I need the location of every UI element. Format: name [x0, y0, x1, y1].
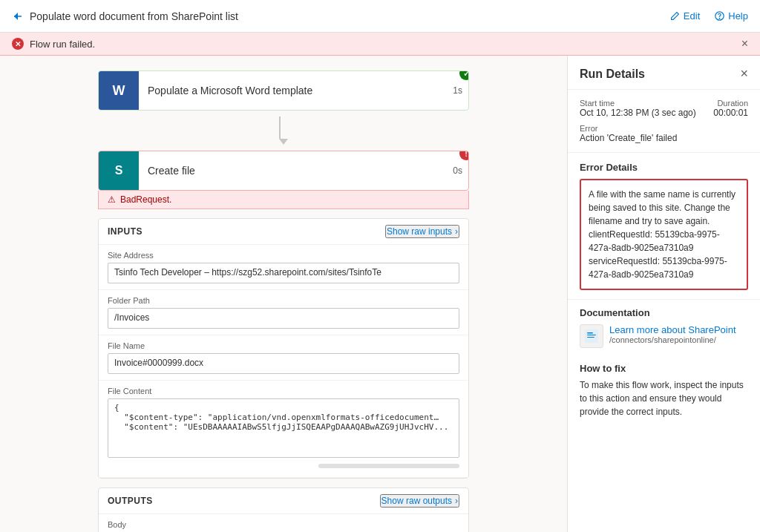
- start-time-label: Start time: [580, 99, 696, 108]
- error-details-section: Error Details A file with the same name …: [568, 153, 760, 299]
- how-to-fix-title: How to fix: [580, 363, 748, 374]
- how-to-fix-section: How to fix To make this flow work, inspe…: [568, 355, 760, 426]
- site-address-value: Tsinfo Tech Developer – https://szg52.sh…: [108, 263, 459, 283]
- step-sp-wrapper: S Create file 0s ! ⚠ BadRequest.: [98, 151, 469, 209]
- folder-path-value: /Invoices: [108, 308, 459, 329]
- step-sp-label: Create file: [139, 165, 453, 177]
- inputs-header: INPUTS Show raw inputs ›: [99, 219, 468, 245]
- body-field: Body { "status": 400, "message": "A file…: [99, 514, 468, 532]
- file-name-field: File Name Invoice#0000999.docx: [99, 335, 468, 381]
- edit-button[interactable]: Edit: [670, 10, 700, 22]
- show-raw-outputs-button[interactable]: Show raw outputs ›: [380, 494, 459, 508]
- body-label: Body: [108, 520, 459, 529]
- file-content-value: { "$content-type": "application/vnd.open…: [108, 398, 459, 458]
- help-button[interactable]: Help: [715, 10, 748, 22]
- warning-icon: ⚠: [108, 194, 116, 205]
- error-details-title: Error Details: [580, 162, 748, 173]
- top-bar: Populate word document from SharePoint l…: [0, 0, 760, 33]
- connector-arrow: [279, 139, 288, 145]
- inputs-title: INPUTS: [108, 226, 142, 237]
- chevron-right-icon: ›: [455, 226, 458, 237]
- documentation-title: Documentation: [580, 307, 736, 318]
- start-time-value: Oct 10, 12:38 PM (3 sec ago): [580, 108, 696, 118]
- step-sp-duration: 0s: [453, 165, 462, 176]
- how-to-fix-text: To make this flow work, inspect the inpu…: [580, 378, 748, 418]
- panel-close-button[interactable]: ×: [740, 66, 748, 82]
- svg-rect-3: [587, 332, 593, 334]
- step-sp-status: !: [459, 151, 469, 160]
- folder-path-label: Folder Path: [108, 296, 459, 305]
- svg-rect-2: [585, 329, 598, 343]
- panel-title: Run Details: [580, 68, 645, 81]
- step-word-duration: 1s: [453, 85, 462, 96]
- folder-path-field: Folder Path /Invoices: [99, 290, 468, 335]
- top-bar-left: Populate word document from SharePoint l…: [12, 10, 238, 22]
- outputs-title: OUTPUTS: [108, 496, 153, 506]
- svg-point-1: [719, 18, 720, 19]
- flow-canvas: W Populate a Microsoft Word template 1s …: [0, 56, 567, 532]
- chevron-right-icon-2: ›: [455, 496, 458, 506]
- error-banner-message: Flow run failed.: [30, 39, 95, 50]
- step-word-label: Populate a Microsoft Word template: [139, 85, 453, 96]
- error-row: Error Action 'Create_file' failed: [580, 124, 748, 143]
- step-word-status: ✓: [459, 70, 469, 80]
- close-banner-button[interactable]: ×: [741, 37, 748, 50]
- panel-header: Run Details ×: [568, 56, 760, 90]
- run-details-panel: Run Details × Start time Oct 10, 12:38 P…: [567, 56, 760, 532]
- back-button[interactable]: [12, 11, 22, 22]
- duration-value: 00:00:01: [713, 108, 748, 118]
- file-content-field: File Content { "$content-type": "applica…: [99, 381, 468, 478]
- top-bar-right: Edit Help: [670, 10, 748, 22]
- error-banner: ✕ Flow run failed. ×: [0, 33, 760, 56]
- doc-link-sub: /connectors/sharepointonline/: [609, 335, 736, 344]
- site-address-field: Site Address Tsinfo Tech Developer – htt…: [99, 245, 468, 290]
- panel-meta: Start time Oct 10, 12:38 PM (3 sec ago) …: [568, 90, 760, 153]
- error-details-text: A file with the same name is currently b…: [589, 189, 736, 280]
- doc-icon: [580, 324, 603, 348]
- error-icon: ✕: [12, 38, 24, 50]
- svg-rect-5: [587, 337, 594, 338]
- connector-line: [279, 116, 281, 139]
- outputs-header: OUTPUTS Show raw outputs ›: [99, 488, 468, 514]
- step-word-card[interactable]: W Populate a Microsoft Word template 1s …: [98, 70, 469, 111]
- word-step-icon: W: [99, 70, 139, 111]
- page-title: Populate word document from SharePoint l…: [30, 10, 238, 22]
- svg-rect-4: [587, 335, 596, 335]
- error-label-text: BadRequest.: [120, 194, 171, 205]
- show-raw-inputs-button[interactable]: Show raw inputs ›: [385, 225, 459, 238]
- file-name-label: File Name: [108, 341, 459, 350]
- step-sp-card[interactable]: S Create file 0s !: [98, 151, 469, 191]
- main-layout: W Populate a Microsoft Word template 1s …: [0, 56, 760, 532]
- error-details-box: A file with the same name is currently b…: [580, 179, 748, 290]
- inputs-section: INPUTS Show raw inputs › Site Address Ts…: [98, 218, 469, 479]
- error-meta-value: Action 'Create_file' failed: [580, 133, 748, 143]
- doc-link-title[interactable]: Learn more about SharePoint: [609, 324, 736, 335]
- scrollbar-file-content: [318, 464, 459, 468]
- start-time-row: Start time Oct 10, 12:38 PM (3 sec ago) …: [580, 99, 748, 118]
- documentation-section: Documentation Learn more about SharePoin…: [568, 299, 760, 355]
- site-address-label: Site Address: [108, 251, 459, 260]
- step-word-wrapper: W Populate a Microsoft Word template 1s …: [98, 70, 469, 111]
- error-label-card: ⚠ BadRequest.: [98, 191, 469, 209]
- file-name-value: Invoice#0000999.docx: [108, 353, 459, 374]
- step-connector: [15, 116, 552, 145]
- file-content-label: File Content: [108, 387, 459, 395]
- error-meta-label: Error: [580, 124, 748, 133]
- outputs-section: OUTPUTS Show raw outputs › Body { "statu…: [98, 487, 469, 532]
- duration-label: Duration: [713, 99, 748, 108]
- sharepoint-step-icon: S: [99, 151, 139, 191]
